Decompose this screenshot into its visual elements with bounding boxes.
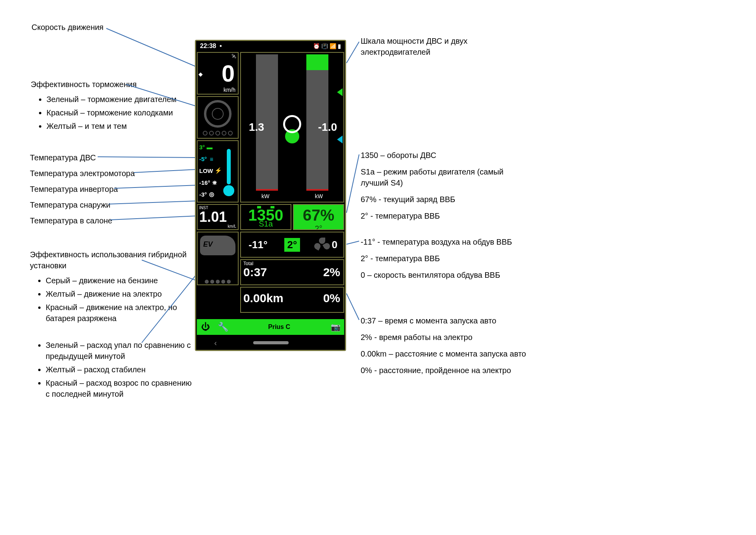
inst-unit: km/L	[228, 224, 236, 228]
camera-button[interactable]: 📷	[327, 322, 344, 332]
soc-temp-value: 2°	[294, 224, 343, 230]
total-dist: 0.00km	[243, 292, 284, 305]
kw-label-right: kW	[315, 193, 323, 199]
svg-line-9	[346, 42, 359, 63]
nav-spacer	[324, 338, 327, 347]
total-dist-panel[interactable]: 0.00km 0%	[240, 287, 344, 313]
motor-icon: ≡	[208, 156, 215, 162]
soc-value: 67%	[294, 205, 343, 224]
total-time-pct: 2%	[323, 266, 340, 279]
fan-panel[interactable]: -11° 2° 0	[240, 232, 344, 258]
speed-unit: km/h	[224, 87, 235, 93]
signal-icon: 📶	[330, 43, 336, 49]
soc-panel[interactable]: 67% 2°	[293, 204, 344, 230]
svg-line-11	[346, 241, 359, 244]
fan-speed: 0	[332, 239, 337, 251]
total-time-panel[interactable]: Total 0:37 2%	[240, 259, 344, 285]
brake-panel[interactable]	[197, 96, 239, 139]
svg-line-3	[134, 169, 197, 173]
temperature-panel[interactable]: 3°▬ -5°≡ LOW⚡ -16°⛯ -3°◎	[197, 140, 239, 202]
fan-bat-temp: 2°	[284, 238, 300, 252]
bolt-icon: ⚡	[215, 167, 221, 174]
status-icons: ⏰ 📳 📶 ▮	[313, 43, 341, 49]
temp-motor-value: -5°	[199, 156, 207, 162]
status-bar: 22:38 • ⏰ 📳 📶 ▮	[196, 41, 345, 51]
svg-line-5	[109, 201, 197, 204]
svg-line-2	[98, 157, 197, 158]
compass-icon: ◆	[198, 71, 203, 77]
arrow-green-icon	[337, 88, 343, 96]
bottom-toolbar: ⏻ 🔧 Prius C 📷	[197, 319, 344, 335]
power-panel[interactable]: 1.3 -1.0 kW kW	[240, 52, 344, 202]
power-center-ring	[283, 115, 301, 133]
fan-icon	[315, 238, 329, 252]
power-left-value: 1.3	[249, 121, 264, 134]
inst-panel[interactable]: INST 1.01 km/L	[197, 204, 239, 230]
battery-icon: ▮	[338, 43, 341, 49]
svg-line-10	[346, 154, 359, 213]
rpm-panel[interactable]: 1350 S1a	[240, 204, 291, 230]
android-nav-bar: ‹	[196, 336, 345, 350]
mode-value: S1a	[241, 219, 291, 228]
power-button[interactable]: ⏻	[197, 319, 214, 335]
engine-icon: ▬	[206, 144, 213, 150]
nav-home[interactable]	[253, 341, 289, 344]
fan-air-temp: -11°	[241, 232, 275, 257]
power-right-value: -1.0	[318, 121, 337, 134]
status-time: 22:38 •	[200, 43, 222, 50]
inst-value: 1.01	[199, 209, 227, 225]
svg-line-1	[126, 84, 197, 106]
thermometer-icon	[222, 149, 235, 196]
total-time: 0:37	[243, 266, 267, 279]
rpm-soc-row: 1350 S1a 67% 2°	[240, 204, 344, 230]
total-dist-pct: 0%	[323, 292, 340, 305]
satellite-icon: 🛰	[232, 54, 236, 59]
nav-back[interactable]: ‹	[214, 338, 217, 347]
speed-value: 0	[222, 60, 235, 87]
ev-label: EV	[203, 240, 213, 249]
brake-indicator-dots	[198, 131, 238, 136]
brake-disc-icon	[204, 100, 232, 128]
alarm-icon: ⏰	[313, 43, 320, 49]
svg-line-12	[346, 294, 359, 320]
ev-indicator-dots	[198, 280, 238, 284]
svg-line-6	[110, 216, 197, 220]
temp-inverter-value: LOW	[199, 167, 213, 174]
steering-icon: ◎	[208, 191, 215, 198]
vehicle-name[interactable]: Prius C	[232, 323, 327, 331]
speed-panel[interactable]: 🛰 ◆ 0 km/h	[197, 52, 239, 95]
ev-panel[interactable]: EV	[197, 232, 239, 285]
vibrate-icon: 📳	[321, 43, 328, 49]
temp-cabin-value: -3°	[199, 191, 207, 198]
temp-engine-value: 3°	[199, 144, 205, 150]
svg-line-4	[114, 185, 197, 188]
svg-line-0	[106, 28, 197, 67]
temp-outside-value: -16°	[199, 179, 210, 186]
arrow-cyan-icon	[337, 136, 343, 143]
settings-button[interactable]: 🔧	[214, 319, 232, 335]
phone-screen: 22:38 • ⏰ 📳 📶 ▮ 🛰 ◆ 0 km/h 1.3	[195, 40, 346, 351]
kw-label-left: kW	[261, 193, 269, 199]
road-icon: ⛯	[212, 179, 218, 186]
